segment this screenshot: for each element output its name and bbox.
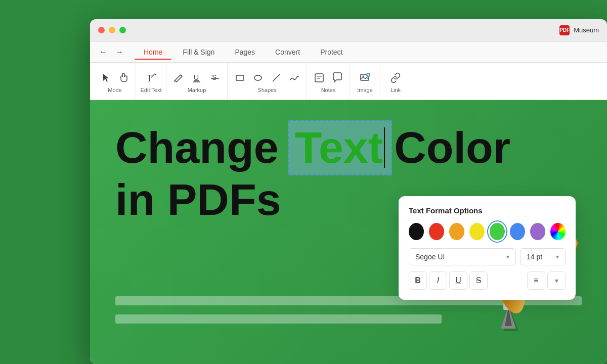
toolbar-group-link: Link — [380, 63, 411, 100]
toolbar: Mode T Edit Text U S — [90, 63, 607, 100]
app-icon: PDF — [559, 25, 570, 35]
titlebar: PDF Museum — [90, 19, 607, 41]
svg-text:S: S — [212, 73, 216, 81]
color-black[interactable] — [409, 223, 424, 240]
tab-home[interactable]: Home — [135, 45, 171, 59]
toolbar-group-shapes: Shapes — [228, 63, 307, 100]
font-chevron-icon: ▾ — [506, 253, 509, 260]
svg-rect-12 — [315, 74, 323, 82]
align-button[interactable]: ≡ — [527, 271, 545, 290]
mode-label: Mode — [108, 87, 122, 93]
cursor-icon[interactable] — [98, 70, 114, 86]
color-green[interactable] — [490, 223, 505, 240]
heading-change: Change — [115, 123, 279, 172]
strikethrough-markup-icon[interactable]: S — [207, 70, 223, 86]
size-chevron-icon: ▾ — [556, 253, 559, 260]
speech-bubble-icon[interactable] — [329, 70, 345, 86]
main-window: PDF Museum ← → Home Fill & Sign Pages Co… — [90, 19, 607, 364]
underline-button[interactable]: U — [449, 271, 467, 290]
format-panel: Text Format Options Segoe UI ▾ 14 — [399, 196, 576, 300]
hand-icon[interactable] — [115, 70, 132, 86]
toolbar-group-image: Image — [350, 63, 380, 100]
tab-convert[interactable]: Convert — [266, 45, 309, 59]
back-arrow[interactable]: ← — [96, 45, 110, 59]
font-select[interactable]: Segoe UI ▾ — [409, 248, 516, 265]
font-row: Segoe UI ▾ 14 pt ▾ — [409, 248, 566, 265]
titlebar-right: PDF Museum — [559, 25, 599, 35]
color-row — [409, 223, 566, 240]
shapes-label: Shapes — [257, 87, 276, 93]
link-icon[interactable] — [387, 70, 404, 86]
notes-label: Notes — [321, 87, 336, 93]
bold-button[interactable]: B — [409, 271, 427, 290]
rect-shape-icon[interactable] — [232, 70, 248, 86]
line-shape-icon[interactable] — [268, 70, 284, 86]
toolbar-group-notes: Notes — [307, 63, 350, 100]
nav-arrows: ← → — [96, 45, 126, 59]
svg-text:U: U — [194, 73, 199, 81]
strikethrough-button[interactable]: S — [469, 271, 488, 290]
color-blue[interactable] — [510, 223, 525, 240]
svg-marker-0 — [103, 74, 109, 82]
format-panel-title: Text Format Options — [409, 206, 566, 215]
color-more[interactable] — [550, 223, 566, 240]
style-row: B I U S ≡ ▾ — [409, 271, 566, 290]
markup-label: Markup — [188, 87, 206, 93]
svg-line-11 — [273, 74, 280, 81]
svg-line-2 — [155, 74, 156, 75]
svg-text:T: T — [147, 73, 152, 83]
text-cursor — [384, 127, 385, 168]
svg-point-10 — [254, 75, 262, 80]
app-name: Museum — [574, 26, 599, 34]
color-orange[interactable] — [449, 223, 464, 240]
toolbar-group-mode: Mode — [94, 63, 136, 100]
svg-rect-9 — [236, 75, 243, 80]
oval-shape-icon[interactable] — [250, 70, 266, 86]
color-yellow[interactable] — [469, 223, 485, 240]
tab-fill-sign[interactable]: Fill & Sign — [174, 45, 224, 59]
svg-line-4 — [175, 80, 175, 82]
tab-protect[interactable]: Protect — [311, 45, 352, 59]
edit-text-label: Edit Text — [141, 87, 162, 93]
text-selection-box[interactable]: Text — [288, 120, 392, 175]
heading-color: Color — [394, 123, 510, 172]
maximize-button[interactable] — [119, 27, 126, 33]
color-purple[interactable] — [530, 223, 545, 240]
color-red[interactable] — [429, 223, 444, 240]
forward-arrow[interactable]: → — [112, 45, 126, 59]
heading-line1: Change Text Color — [115, 120, 510, 175]
traffic-lights — [98, 27, 126, 33]
size-select[interactable]: 14 pt ▾ — [520, 248, 566, 265]
content-area: Change Text Color in PDFs — [90, 100, 607, 364]
toolbar-group-edit-text: T Edit Text — [136, 63, 166, 100]
heading-text-word: Text — [295, 123, 383, 172]
note-box-icon[interactable] — [311, 70, 327, 86]
image-add-icon[interactable] — [357, 70, 373, 86]
pen-markup-icon[interactable] — [170, 70, 187, 86]
edit-text-icon[interactable]: T — [143, 70, 159, 86]
toolbar-group-markup: U S Markup — [166, 63, 228, 100]
link-label: Link — [391, 87, 401, 93]
navbar: ← → Home Fill & Sign Pages Convert Prote… — [90, 41, 607, 63]
font-size: 14 pt — [527, 253, 542, 261]
squiggle-shape-icon[interactable] — [286, 70, 302, 86]
more-options-button[interactable]: ▾ — [547, 271, 566, 290]
close-button[interactable] — [98, 27, 105, 33]
underline-markup-icon[interactable]: U — [189, 70, 205, 86]
font-name: Segoe UI — [415, 253, 445, 261]
image-label: Image — [357, 87, 373, 93]
minimize-button[interactable] — [109, 27, 115, 33]
tab-pages[interactable]: Pages — [226, 45, 264, 59]
italic-button[interactable]: I — [429, 271, 447, 290]
content-line-2 — [115, 314, 442, 324]
